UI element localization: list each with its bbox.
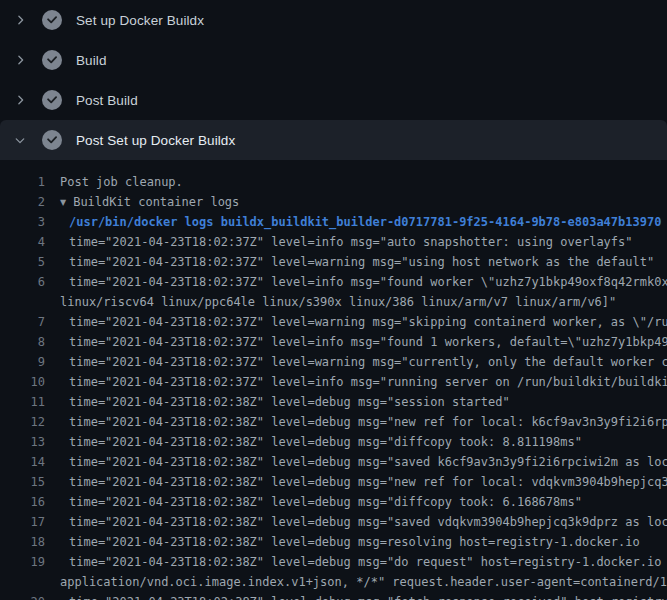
log-text: time="2021-04-23T18:02:37Z" level=warnin… bbox=[60, 252, 654, 272]
log-text[interactable]: ▼BuildKit container logs bbox=[60, 192, 239, 212]
log-text: time="2021-04-23T18:02:37Z" level=warnin… bbox=[60, 352, 667, 372]
log-line: 17 time="2021-04-23T18:02:38Z" level=deb… bbox=[0, 512, 667, 532]
log-line: 2 ▼BuildKit container logs bbox=[0, 192, 667, 212]
line-number: 11 bbox=[0, 392, 45, 412]
log-text: time="2021-04-23T18:02:38Z" level=debug … bbox=[60, 492, 582, 512]
log-line: 13 time="2021-04-23T18:02:38Z" level=deb… bbox=[0, 432, 667, 452]
line-number: 7 bbox=[0, 312, 45, 332]
log-text: time="2021-04-23T18:02:37Z" level=info m… bbox=[60, 332, 667, 352]
log-line: 1 Post job cleanup. bbox=[0, 172, 667, 192]
log-line: 5 time="2021-04-23T18:02:37Z" level=warn… bbox=[0, 252, 667, 272]
log-line: 11 time="2021-04-23T18:02:38Z" level=deb… bbox=[0, 392, 667, 412]
step-row-build[interactable]: Build bbox=[0, 40, 667, 80]
log-text: linux/riscv64 linux/ppc64le linux/s390x … bbox=[60, 292, 616, 312]
log-text: time="2021-04-23T18:02:38Z" level=debug … bbox=[60, 432, 582, 452]
log-line: 18 time="2021-04-23T18:02:38Z" level=deb… bbox=[0, 532, 667, 552]
command-text: /usr/bin/docker logs buildx_buildkit_bui… bbox=[60, 212, 661, 232]
log-text: Post job cleanup. bbox=[60, 172, 183, 192]
log-line: 6 time="2021-04-23T18:02:37Z" level=info… bbox=[0, 272, 667, 292]
log-line: 16 time="2021-04-23T18:02:38Z" level=deb… bbox=[0, 492, 667, 512]
log-panel: 1 Post job cleanup. 2 ▼BuildKit containe… bbox=[0, 160, 667, 600]
step-label: Post Set up Docker Buildx bbox=[76, 133, 235, 148]
log-line: 8 time="2021-04-23T18:02:37Z" level=info… bbox=[0, 332, 667, 352]
log-text: application/vnd.oci.image.index.v1+json,… bbox=[60, 572, 667, 592]
line-number bbox=[0, 572, 45, 592]
log-line: 20 time="2021-04-23T18:02:38Z" level=deb… bbox=[0, 592, 667, 600]
log-line: 10 time="2021-04-23T18:02:37Z" level=inf… bbox=[0, 372, 667, 392]
line-number: 12 bbox=[0, 412, 45, 432]
step-label: Post Build bbox=[76, 93, 138, 108]
line-number: 5 bbox=[0, 252, 45, 272]
line-number: 20 bbox=[0, 592, 45, 600]
line-number: 18 bbox=[0, 532, 45, 552]
log-line: 9 time="2021-04-23T18:02:37Z" level=warn… bbox=[0, 352, 667, 372]
log-line: 12 time="2021-04-23T18:02:38Z" level=deb… bbox=[0, 412, 667, 432]
log-text: time="2021-04-23T18:02:38Z" level=debug … bbox=[60, 512, 667, 532]
log-text: time="2021-04-23T18:02:37Z" level=warnin… bbox=[60, 312, 667, 332]
step-label: Build bbox=[76, 53, 107, 68]
line-number: 9 bbox=[0, 352, 45, 372]
line-number: 8 bbox=[0, 332, 45, 352]
log-line: 3 /usr/bin/docker logs buildx_buildkit_b… bbox=[0, 212, 667, 232]
line-number: 17 bbox=[0, 512, 45, 532]
log-line: linux/riscv64 linux/ppc64le linux/s390x … bbox=[0, 292, 667, 312]
log-text: time="2021-04-23T18:02:38Z" level=debug … bbox=[60, 472, 667, 492]
line-number: 3 bbox=[0, 212, 45, 232]
line-number: 2 bbox=[0, 192, 45, 212]
group-title[interactable]: BuildKit container logs bbox=[73, 195, 239, 209]
line-number: 19 bbox=[0, 552, 45, 572]
log-line: 15 time="2021-04-23T18:02:38Z" level=deb… bbox=[0, 472, 667, 492]
chevron-right-icon bbox=[12, 52, 28, 68]
chevron-down-icon bbox=[12, 132, 28, 148]
line-number: 4 bbox=[0, 232, 45, 252]
log-text: time="2021-04-23T18:02:38Z" level=debug … bbox=[60, 392, 510, 412]
log-text: time="2021-04-23T18:02:37Z" level=info m… bbox=[60, 232, 633, 252]
steps-list: Set up Docker Buildx Build Post Buil bbox=[0, 0, 667, 160]
log-line: application/vnd.oci.image.index.v1+json,… bbox=[0, 572, 667, 592]
line-number: 1 bbox=[0, 172, 45, 192]
chevron-right-icon bbox=[12, 12, 28, 28]
line-number: 6 bbox=[0, 272, 45, 292]
step-row-post-build[interactable]: Post Build bbox=[0, 80, 667, 120]
check-circle-icon bbox=[42, 130, 62, 150]
line-number bbox=[0, 292, 45, 312]
chevron-right-icon bbox=[12, 92, 28, 108]
group-collapse-icon[interactable]: ▼ bbox=[60, 193, 66, 213]
check-circle-icon bbox=[42, 10, 62, 30]
step-row-post-set-up-docker-buildx[interactable]: Post Set up Docker Buildx bbox=[0, 120, 667, 160]
log-line: 7 time="2021-04-23T18:02:37Z" level=warn… bbox=[0, 312, 667, 332]
step-row-set-up-docker-buildx[interactable]: Set up Docker Buildx bbox=[0, 0, 667, 40]
check-circle-icon bbox=[42, 90, 62, 110]
log-text: time="2021-04-23T18:02:38Z" level=debug … bbox=[60, 452, 667, 472]
line-number: 14 bbox=[0, 452, 45, 472]
line-number: 10 bbox=[0, 372, 45, 392]
log-text: time="2021-04-23T18:02:37Z" level=info m… bbox=[60, 272, 667, 292]
line-number: 13 bbox=[0, 432, 45, 452]
log-text: time="2021-04-23T18:02:37Z" level=info m… bbox=[60, 372, 667, 392]
log-line: 14 time="2021-04-23T18:02:38Z" level=deb… bbox=[0, 452, 667, 472]
log-text: time="2021-04-23T18:02:38Z" level=debug … bbox=[60, 592, 667, 600]
log-line: 4 time="2021-04-23T18:02:37Z" level=info… bbox=[0, 232, 667, 252]
line-number: 15 bbox=[0, 472, 45, 492]
step-label: Set up Docker Buildx bbox=[76, 13, 204, 28]
line-number: 16 bbox=[0, 492, 45, 512]
actions-log-viewer: Set up Docker Buildx Build Post Buil bbox=[0, 0, 667, 600]
log-text: time="2021-04-23T18:02:38Z" level=debug … bbox=[60, 532, 640, 552]
log-text: time="2021-04-23T18:02:38Z" level=debug … bbox=[60, 552, 667, 572]
check-circle-icon bbox=[42, 50, 62, 70]
log-text: time="2021-04-23T18:02:38Z" level=debug … bbox=[60, 412, 667, 432]
log-line: 19 time="2021-04-23T18:02:38Z" level=deb… bbox=[0, 552, 667, 572]
